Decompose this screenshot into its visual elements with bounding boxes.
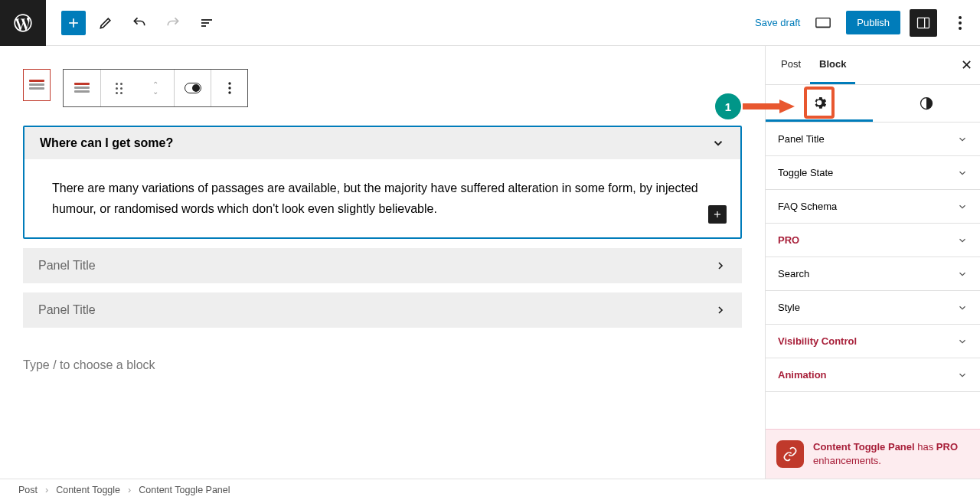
- chevron-right-icon: [714, 304, 727, 316]
- sidebar-panel-label: Toggle State: [778, 167, 833, 178]
- chevron-right-icon: [714, 260, 727, 272]
- undo-button[interactable]: [126, 9, 153, 37]
- wordpress-logo[interactable]: [0, 0, 46, 46]
- kebab-icon: [959, 16, 962, 30]
- chevron-down-icon: [957, 134, 968, 145]
- panel-title-text: Panel Title: [38, 303, 96, 317]
- tools-button[interactable]: [92, 9, 119, 37]
- add-inner-block-button[interactable]: [708, 205, 727, 224]
- document-overview-button[interactable]: [193, 9, 220, 37]
- sidebar-panel-visibility-control[interactable]: Visibility Control: [766, 325, 980, 358]
- svg-point-9: [228, 82, 230, 84]
- close-sidebar-button[interactable]: ✕: [961, 57, 972, 74]
- svg-point-8: [959, 27, 962, 30]
- toggle-state-button[interactable]: [174, 70, 211, 106]
- add-block-button[interactable]: [61, 11, 86, 35]
- block-appender-placeholder[interactable]: Type / to choose a block: [23, 358, 742, 372]
- svg-rect-2: [816, 18, 830, 27]
- redo-button[interactable]: [159, 9, 187, 37]
- panel-title-text: Where can I get some?: [40, 136, 173, 150]
- panel-title-text: Panel Title: [38, 259, 96, 273]
- top-left-controls: [61, 9, 220, 37]
- list-icon: [201, 19, 212, 27]
- desktop-icon: [815, 16, 831, 30]
- sidebar-panel-label: PRO: [778, 234, 799, 246]
- sidebar-panel-search[interactable]: Search: [766, 257, 980, 291]
- sidebar-panel-toggle-state[interactable]: Toggle State: [766, 156, 980, 190]
- save-draft-link[interactable]: Save draft: [755, 17, 800, 28]
- sidebar-panel-panel-title[interactable]: Panel Title: [766, 123, 980, 156]
- sidebar-panel-label: Panel Title: [778, 133, 825, 145]
- gear-icon: [812, 95, 827, 110]
- sidebar-panel-label: Visibility Control: [778, 335, 857, 347]
- chevron-down-icon: [957, 302, 968, 313]
- content-toggle-panel-collapsed[interactable]: Panel Title: [23, 292, 742, 328]
- svg-rect-4: [918, 18, 929, 28]
- panel-body-text: There are many variations of passages ar…: [52, 181, 698, 215]
- sidebar-panel-label: Animation: [778, 369, 827, 381]
- panel-header[interactable]: Where can I get some?: [24, 127, 740, 159]
- sidebar-icon: [916, 15, 931, 31]
- breadcrumb-item[interactable]: Content Toggle Panel: [139, 485, 230, 495]
- drag-handle[interactable]: [100, 70, 137, 106]
- breadcrumb-item[interactable]: Content Toggle: [56, 485, 120, 495]
- block-settings-subtabs: [766, 85, 980, 123]
- chevron-right-icon: ›: [45, 485, 48, 495]
- chevron-down-icon: [711, 136, 725, 150]
- content-toggle-panel-icon: [74, 83, 90, 93]
- content-toggle-panel-selected[interactable]: Where can I get some? There are many var…: [23, 126, 742, 239]
- breadcrumb-item[interactable]: Post: [18, 485, 38, 495]
- chevron-down-icon: [957, 370, 968, 381]
- sidebar-panel-label: Style: [778, 302, 800, 313]
- svg-point-7: [959, 21, 962, 25]
- pro-banner-icon: [776, 440, 804, 468]
- block-toolbar: ⌃⌄: [23, 69, 742, 107]
- tab-block[interactable]: Block: [810, 46, 855, 84]
- block-options-button[interactable]: [211, 70, 247, 106]
- contrast-icon: [919, 96, 934, 111]
- gear-highlight-box: [804, 87, 835, 119]
- sidebar-panel-pro[interactable]: PRO: [766, 224, 980, 257]
- pencil-icon: [98, 15, 113, 31]
- sidebar-panel-label: Search: [778, 268, 809, 279]
- tab-post[interactable]: Post: [772, 46, 810, 84]
- panel-body[interactable]: There are many variations of passages ar…: [24, 159, 740, 237]
- pro-banner-text: Content Toggle Panel has PRO enhancement…: [813, 440, 969, 468]
- sidebar-panel-label: FAQ Schema: [778, 201, 837, 212]
- chevron-right-icon: ›: [128, 485, 131, 495]
- chevron-down-icon: [957, 168, 968, 178]
- sidebar-panel-animation[interactable]: Animation: [766, 358, 980, 392]
- content-toggle-icon: [29, 80, 44, 90]
- plus-icon: [712, 209, 723, 220]
- chevron-down-icon: [957, 235, 968, 246]
- preview-button[interactable]: [809, 9, 837, 37]
- sidebar-tabs: Post Block ✕: [766, 46, 980, 85]
- parent-block-button[interactable]: [23, 69, 51, 101]
- settings-sidebar: Post Block ✕ Panel TitleToggle StateFAQ …: [765, 46, 980, 479]
- undo-icon: [132, 15, 147, 31]
- styles-subtab[interactable]: [873, 85, 980, 122]
- options-menu-button[interactable]: [946, 9, 974, 37]
- content-toggle-panel-collapsed[interactable]: Panel Title: [23, 248, 742, 283]
- move-arrows-icon: ⌃⌄: [152, 82, 158, 95]
- plus-icon: [66, 15, 81, 31]
- move-buttons[interactable]: ⌃⌄: [137, 70, 174, 106]
- svg-point-10: [228, 87, 230, 89]
- block-breadcrumb: Post › Content Toggle › Content Toggle P…: [0, 479, 980, 500]
- block-type-button[interactable]: [64, 70, 100, 106]
- svg-point-11: [228, 91, 230, 93]
- chevron-down-icon: [957, 269, 968, 279]
- block-editor-canvas: ⌃⌄ Where can I get some? There are many …: [0, 46, 765, 479]
- pro-banner[interactable]: Content Toggle Panel has PRO enhancement…: [766, 429, 980, 479]
- sidebar-panel-style[interactable]: Style: [766, 291, 980, 325]
- settings-subtab[interactable]: [766, 85, 873, 122]
- sidebar-panel-faq-schema[interactable]: FAQ Schema: [766, 190, 980, 224]
- top-right-controls: Save draft Publish: [755, 9, 974, 37]
- main-layout: ⌃⌄ Where can I get some? There are many …: [0, 46, 980, 479]
- redo-icon: [165, 15, 181, 31]
- svg-point-6: [959, 16, 962, 19]
- sidebar-toggle-button[interactable]: [910, 9, 937, 37]
- publish-button[interactable]: Publish: [846, 11, 900, 34]
- chevron-down-icon: [957, 336, 968, 347]
- link-icon: [782, 446, 798, 462]
